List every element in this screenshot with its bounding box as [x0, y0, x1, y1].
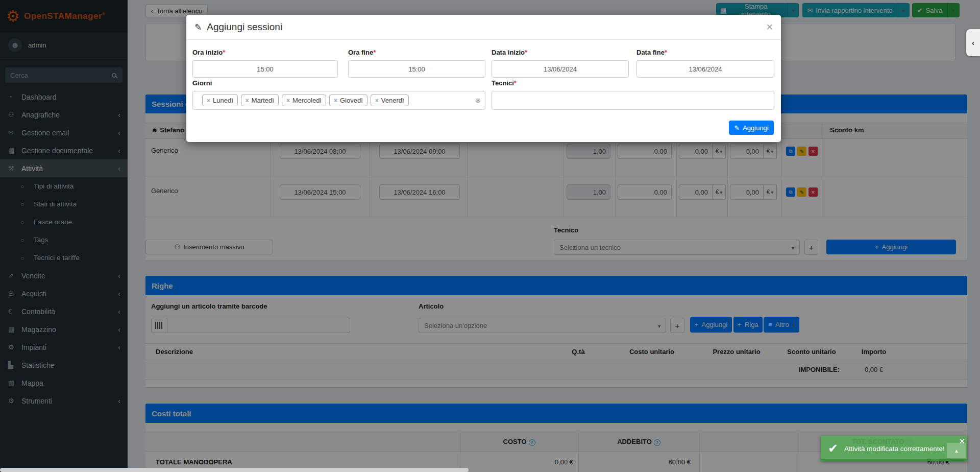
check-icon: ✔	[828, 441, 838, 456]
data-inizio-label: Data inizio*	[492, 49, 527, 56]
day-tag[interactable]: ×Lunedì	[202, 95, 238, 106]
horizontal-scrollbar-thumb[interactable]	[0, 468, 469, 472]
remove-tag-icon[interactable]: ×	[334, 97, 337, 104]
day-tag[interactable]: ×Martedì	[241, 95, 279, 106]
ora-fine-label: Ora fine*	[348, 49, 376, 56]
success-toast: ✔ Attività modificata correttamente! ▲ ✕	[821, 436, 967, 461]
modal-header: ✎ Aggiungi sessioni ×	[186, 15, 781, 40]
toast-progress-bar	[821, 459, 967, 461]
side-panel-toggle[interactable]: ‹	[966, 29, 980, 56]
ora-inizio-input[interactable]: 15:00	[192, 60, 338, 78]
page: { "app": {"title": "OpenSTAManager", "lo…	[0, 0, 980, 472]
add-sessions-modal: ✎ Aggiungi sessioni × Ora inizio* Ora fi…	[186, 15, 781, 142]
data-fine-input[interactable]: 13/06/2024	[636, 60, 774, 78]
toast-message: Attività modificata correttamente!	[844, 445, 945, 453]
modal-submit-button[interactable]: ✎Aggiungi	[729, 121, 774, 135]
giorni-multiselect[interactable]: ×Lunedì×Martedì×Mercoledì×Giovedì×Venerd…	[192, 91, 485, 110]
remove-tag-icon[interactable]: ×	[286, 97, 290, 104]
toast-close-icon[interactable]: ✕	[959, 437, 965, 446]
data-fine-label: Data fine*	[636, 49, 667, 56]
data-inizio-input[interactable]: 13/06/2024	[492, 60, 629, 78]
tecnici-label: Tecnici*	[492, 79, 517, 87]
tecnici-multiselect[interactable]	[492, 91, 774, 110]
remove-tag-icon[interactable]: ×	[375, 97, 379, 104]
day-tag[interactable]: ×Venerdì	[371, 95, 409, 106]
remove-tag-icon[interactable]: ×	[207, 97, 210, 104]
pencil-square-icon: ✎	[734, 124, 740, 132]
ora-fine-input[interactable]: 15:00	[348, 60, 485, 78]
modal-close-button[interactable]: ×	[766, 21, 773, 33]
day-tag[interactable]: ×Mercoledì	[282, 95, 326, 106]
remove-tag-icon[interactable]: ×	[246, 97, 249, 104]
clear-selection-icon[interactable]: ⊗	[475, 97, 481, 104]
day-tag[interactable]: ×Giovedì	[329, 95, 368, 106]
day-tags: ×Lunedì×Martedì×Mercoledì×Giovedì×Venerd…	[193, 91, 485, 106]
giorni-label: Giorni	[192, 79, 212, 87]
pencil-icon: ✎	[194, 22, 202, 33]
ora-inizio-label: Ora inizio*	[192, 49, 225, 56]
modal-title: Aggiungi sessioni	[207, 21, 282, 33]
